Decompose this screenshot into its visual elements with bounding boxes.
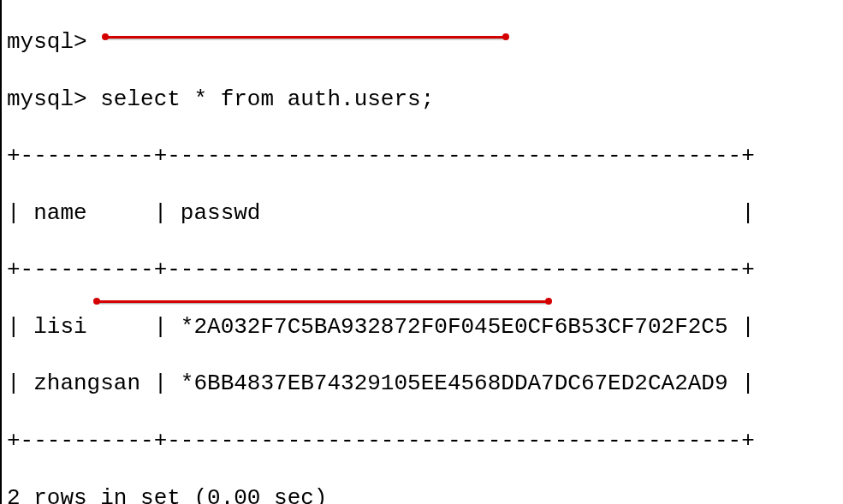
table1-border-bottom: +----------+----------------------------… bbox=[7, 427, 843, 455]
annotation-underline-2 bbox=[96, 300, 549, 303]
table1-row: | lisi | *2A032F7C5BA932872F0F045E0CF6B5… bbox=[7, 313, 843, 341]
table1-header: | name | passwd | bbox=[7, 199, 843, 228]
annotation-underline-1 bbox=[104, 36, 507, 39]
query1-command-line[interactable]: mysql> select * from auth.users; bbox=[7, 86, 843, 114]
table1-row: | zhangsan | *6BB4837EB74329105EE4568DDA… bbox=[7, 370, 843, 398]
sql-command: select * from auth.users; bbox=[100, 86, 434, 112]
table1-border-mid: +----------+----------------------------… bbox=[7, 256, 843, 284]
mysql-prompt: mysql> bbox=[7, 86, 100, 112]
terminal-output: mysql> mysql> select * from auth.users; … bbox=[0, 0, 843, 504]
query1-summary: 2 rows in set (0.00 sec) bbox=[7, 484, 843, 504]
table1-border-top: +----------+----------------------------… bbox=[7, 142, 843, 170]
prompt-line-partial: mysql> bbox=[7, 28, 843, 56]
